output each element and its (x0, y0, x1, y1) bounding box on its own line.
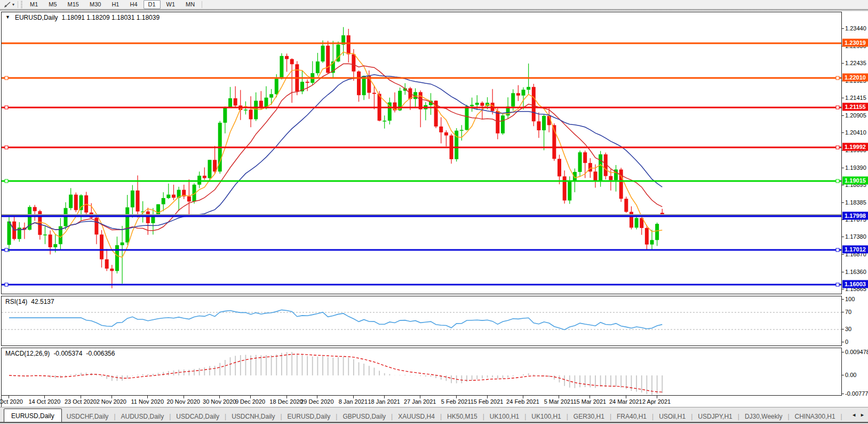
tab-separator: | (690, 413, 693, 420)
tab-scroll-arrows: ◄ ► (847, 407, 868, 422)
chart-tab-uk100-h1[interactable]: UK100,H1 (527, 411, 566, 423)
price-tick-mark (842, 168, 844, 168)
candle-body (527, 87, 530, 90)
macd-axis-label: 0.00 (845, 372, 856, 378)
candle-body (53, 244, 57, 247)
candle-body (136, 191, 140, 211)
rsi-axis-tick (842, 312, 844, 312)
timeframe-toolbar: ▾ M1M5M15M30H1H4D1W1MN (0, 0, 868, 9)
price-tick-mark (842, 63, 844, 64)
date-tick-label: 27 Jan 2021 (404, 398, 436, 405)
chart-tab-usdchf-daily[interactable]: USDCHF,Daily (62, 411, 114, 423)
hline-handle-1.22010[interactable] (5, 76, 8, 80)
candle-body (619, 169, 623, 199)
hline-handle-1.17012[interactable] (836, 248, 839, 252)
chevron-down-icon[interactable]: ▾ (12, 2, 14, 7)
chart-tab-china300-h1[interactable]: CHINA300,H1 (790, 411, 840, 423)
candle-body (372, 93, 376, 94)
timeframe-button-W1[interactable]: W1 (162, 0, 180, 9)
timeframe-button-M30[interactable]: M30 (85, 0, 106, 9)
candle-body (249, 109, 253, 119)
hline-handle-1.21155[interactable] (5, 106, 8, 109)
chart-tab-eurusd-daily[interactable]: EURUSD,Daily (4, 409, 62, 423)
candle-body (254, 101, 258, 120)
chart-tab-eurusd-daily[interactable]: EURUSD,Daily (283, 411, 336, 423)
price-tick-mark (842, 185, 844, 185)
hline-handle-1.19992[interactable] (836, 146, 839, 149)
tab-separator: | (335, 413, 338, 420)
timeframe-button-D1[interactable]: D1 (144, 0, 161, 9)
tab-scroll-left-icon[interactable]: ◄ (851, 412, 856, 418)
main-price-chart[interactable]: ▼ EURUSD,Daily 1.18091 1.18209 1.18031 1… (1, 12, 842, 294)
date-tick-label: 14 Oct 2020 (29, 398, 61, 405)
chart-tab-usoil-h1[interactable]: USOil,H1 (654, 411, 690, 423)
candle-body (635, 218, 639, 227)
price-tick-mark (842, 272, 844, 272)
hline-handle-1.21155[interactable] (836, 106, 839, 109)
chart-tab-audusd-daily[interactable]: AUDUSD,Daily (116, 411, 169, 423)
timeframe-buttons: M1M5M15M30H1H4D1W1MN (25, 0, 200, 9)
candle-body (223, 107, 227, 122)
tab-separator: | (113, 413, 116, 420)
crosshair-tool-icon[interactable]: ▾ (2, 1, 16, 9)
chart-tab-usdcnh-daily[interactable]: USDCNH,Daily (227, 411, 280, 423)
toolbar-divider (18, 1, 18, 8)
candle-body (470, 105, 474, 106)
candle-body (501, 115, 505, 134)
date-tick-label: 5 Oct 2020 (0, 398, 23, 405)
chart-tab-uk100-h1[interactable]: UK100,H1 (485, 411, 524, 423)
hline-handle-1.19992[interactable] (5, 146, 8, 149)
tab-separator: | (224, 413, 227, 420)
candle-body (439, 127, 443, 132)
timeframe-button-H1[interactable]: H1 (107, 0, 124, 9)
rsi-indicator-panel[interactable]: RSI(14) 42.5137 (1, 296, 842, 346)
rsi-axis-label: 100 (845, 296, 855, 302)
candle-body (321, 45, 325, 61)
tab-separator: | (440, 413, 442, 420)
toolbar-grip-handle[interactable] (21, 1, 22, 8)
crosshair-tool-glyph (4, 1, 11, 8)
macd-signal-value: -0.006356 (86, 350, 115, 357)
hline-handle-1.19015[interactable] (5, 179, 8, 183)
timeframe-button-M5[interactable]: M5 (44, 0, 61, 9)
candle-body (7, 222, 11, 245)
hline-handle-1.16003[interactable] (5, 283, 8, 286)
candle-body (166, 194, 170, 198)
hline-handle-1.19015[interactable] (836, 179, 839, 183)
candle-body (234, 98, 237, 106)
candle-body (306, 82, 309, 83)
date-tick-label: 5 Mar 2021 (544, 398, 574, 405)
hline-handle-1.16003[interactable] (836, 283, 839, 286)
chart-tab-fra40-h1[interactable]: FRA40,H1 (612, 411, 651, 423)
chart-tab-ger30-h1[interactable]: GER30,H1 (569, 411, 609, 423)
chart-tab-xauusd-h4[interactable]: XAUUSD,H4 (393, 411, 440, 423)
candle-body (69, 194, 73, 208)
date-tick-label: 15 Mar 2021 (573, 398, 606, 405)
hline-handle-1.17012[interactable] (5, 248, 8, 252)
timeframe-button-H4[interactable]: H4 (125, 0, 142, 9)
price-tick-mark (842, 289, 844, 289)
chart-tab-gbpusd-daily[interactable]: GBPUSD,Daily (338, 411, 391, 423)
chart-tab-dj30-weekly[interactable]: DJ30,Weekly (740, 411, 787, 423)
chart-tab-hk50-m15[interactable]: HK50,M15 (442, 411, 482, 423)
price-line-badge-1.23019: 1.23019 (842, 39, 868, 47)
timeframe-button-MN[interactable]: MN (181, 0, 200, 9)
chart-tab-usdjpy-h1[interactable]: USDJPY,H1 (693, 411, 737, 423)
tab-separator: | (169, 413, 171, 420)
candle-body (280, 56, 283, 79)
chart-menu-caret-icon[interactable]: ▼ (5, 14, 10, 22)
tab-scroll-right-icon[interactable]: ► (860, 412, 865, 418)
timeframe-button-M15[interactable]: M15 (63, 0, 84, 9)
candle-body (100, 234, 103, 259)
tab-separator: | (280, 413, 282, 420)
timeframe-button-M1[interactable]: M1 (25, 0, 43, 9)
macd-title: MACD(12,26,9) -0.005374 -0.006356 (5, 350, 115, 357)
price-line-badge-1.21155: 1.21155 (842, 103, 868, 111)
hline-handle-1.22010[interactable] (836, 76, 839, 80)
candle-body (275, 78, 278, 94)
candle-body (599, 154, 602, 182)
date-tick-label: 8 Jan 2021 (339, 398, 368, 405)
chart-tab-usdcad-daily[interactable]: USDCAD,Daily (171, 411, 224, 423)
candle-body (475, 103, 479, 105)
macd-indicator-panel[interactable]: MACD(12,26,9) -0.005374 -0.006356 (1, 348, 842, 396)
